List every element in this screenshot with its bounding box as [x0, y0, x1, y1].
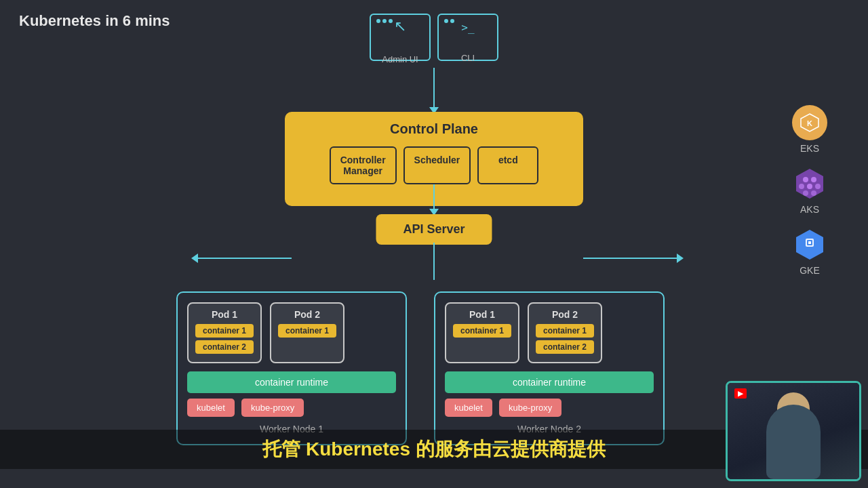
arrow-to-worker1: [197, 258, 292, 259]
svg-text:K: K: [807, 119, 812, 127]
control-plane-title: Control Plane: [297, 121, 571, 137]
svg-point-8: [803, 190, 808, 196]
admin-ui-icon: ↖: [394, 18, 406, 35]
svg-point-6: [799, 184, 804, 189]
admin-ui-label: Admin UI: [382, 54, 418, 64]
api-server-box: API Server: [376, 214, 492, 245]
worker2-kubelet: kubelet: [445, 399, 492, 417]
cloud-provider-aks: AKS: [792, 166, 827, 215]
worker2-pod2-container1: container 1: [536, 324, 594, 338]
svg-point-5: [807, 184, 812, 189]
webcam-overlay: ▶: [726, 381, 861, 481]
worker2-pod1: Pod 1 container 1: [445, 302, 519, 363]
cli-box: >_ CLI: [437, 14, 498, 61]
worker-node-2: Pod 1 container 1 Pod 2 container 1 cont…: [434, 291, 665, 445]
worker1-pod1-container1: container 1: [195, 324, 254, 338]
scheduler: Scheduler: [403, 146, 471, 184]
worker1-kube-proxy: kube-proxy: [241, 399, 304, 417]
svg-point-7: [815, 184, 821, 189]
arrow-api-down: [433, 243, 435, 280]
svg-point-3: [803, 177, 808, 182]
eks-label: EKS: [800, 143, 819, 154]
worker2-container-runtime: container runtime: [445, 371, 654, 393]
eks-icon: K: [792, 105, 827, 140]
worker2-pods: Pod 1 container 1 Pod 2 container 1 cont…: [445, 302, 654, 363]
gke-label: GKE: [800, 265, 820, 276]
controller-manager: ControllerManager: [330, 146, 397, 184]
worker-nodes: Pod 1 container 1 container 2 Pod 2 cont…: [176, 291, 692, 445]
arrow-to-worker2: [583, 258, 678, 259]
aks-icon: [792, 166, 827, 201]
window-dots: [376, 19, 393, 23]
worker2-kube-proxy: kube-proxy: [499, 399, 561, 417]
svg-point-9: [811, 190, 816, 196]
worker1-pod1: Pod 1 container 1 container 2: [187, 302, 262, 363]
person-silhouette: [766, 405, 821, 479]
worker2-pod1-title: Pod 1: [453, 309, 511, 320]
worker1-pod1-title: Pod 1: [195, 309, 254, 320]
svg-point-4: [811, 177, 816, 182]
page-title: Kubernetes in 6 mins: [19, 12, 170, 30]
cloud-providers: K EKS AKS: [792, 105, 827, 276]
svg-rect-13: [808, 241, 811, 244]
worker1-kubelet: kubelet: [187, 399, 235, 417]
worker2-pod2-container2: container 2: [536, 340, 594, 354]
window-dots-2: [444, 19, 454, 23]
cloud-provider-gke: GKE: [792, 227, 827, 276]
worker1-pod2-container1: container 1: [278, 324, 336, 338]
aks-label: AKS: [800, 204, 819, 215]
webcam-inner: ▶: [728, 383, 859, 479]
control-plane-components: ControllerManager Scheduler etcd: [297, 146, 571, 184]
gke-icon: [792, 227, 827, 262]
cli-icon: >_: [461, 21, 474, 34]
cli-label: CLI: [461, 53, 475, 63]
worker1-container-runtime: container runtime: [187, 371, 396, 393]
arrow-tools-to-controlplane: [433, 68, 435, 108]
worker2-badges: kubelet kube-proxy: [445, 399, 654, 417]
worker1-badges: kubelet kube-proxy: [187, 399, 396, 417]
worker1-pod2: Pod 2 container 1: [270, 302, 344, 363]
worker2-pod2-title: Pod 2: [536, 309, 594, 320]
worker1-pod2-title: Pod 2: [278, 309, 336, 320]
arrow-components-to-api: [433, 184, 435, 210]
worker1-pod1-container2: container 2: [195, 340, 254, 354]
worker1-pods: Pod 1 container 1 container 2 Pod 2 cont…: [187, 302, 396, 363]
youtube-icon: ▶: [734, 388, 747, 399]
etcd: etcd: [477, 146, 538, 184]
worker-node-1: Pod 1 container 1 container 2 Pod 2 cont…: [176, 291, 407, 445]
cloud-provider-eks: K EKS: [792, 105, 827, 154]
worker2-pod1-container1: container 1: [453, 324, 511, 338]
top-tools: ↖ Admin UI >_ CLI: [370, 14, 498, 61]
worker2-pod2: Pod 2 container 1 container 2: [528, 302, 602, 363]
admin-ui-box: ↖ Admin UI: [370, 14, 431, 61]
